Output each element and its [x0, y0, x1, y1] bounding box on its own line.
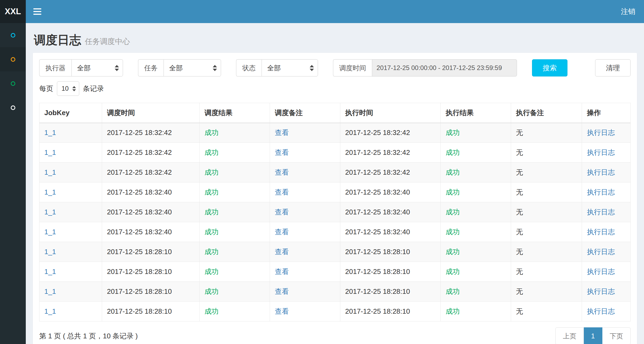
execution-log-link[interactable]: 执行日志 — [587, 208, 615, 216]
execution-log-link[interactable]: 执行日志 — [587, 307, 615, 315]
trigger-msg-link[interactable]: 查看 — [275, 268, 289, 276]
trigger-time-cell: 2017-12-25 18:28:10 — [102, 262, 200, 282]
handle-time-cell: 2017-12-25 18:32:42 — [340, 143, 441, 163]
top-navbar: XXL 注销 — [0, 0, 644, 23]
handle-result-cell: 成功 — [441, 123, 511, 143]
execution-log-link-cell: 执行日志 — [582, 222, 631, 242]
pagination-prev-button[interactable]: 上页 — [555, 327, 584, 344]
sidebar-item-3[interactable] — [0, 71, 26, 96]
sidebar-item-1[interactable] — [0, 23, 26, 47]
job-key-link-cell: 1_1 — [39, 222, 102, 242]
trigger-time-cell: 2017-12-25 18:32:42 — [102, 163, 200, 182]
clear-button[interactable]: 清理 — [595, 59, 631, 76]
sidebar-item-2[interactable] — [0, 47, 26, 71]
trigger-msg-link[interactable]: 查看 — [275, 168, 289, 176]
handle-msg-cell: 无 — [511, 182, 582, 202]
execution-log-link[interactable]: 执行日志 — [587, 188, 615, 196]
circle-outline-icon — [11, 81, 15, 86]
job-key-link-cell: 1_1 — [39, 163, 102, 182]
job-filter-label: 任务 — [138, 59, 164, 76]
pagination-summary: 第 1 页 ( 总共 1 页，10 条记录 ) — [39, 331, 138, 341]
job-key-link[interactable]: 1_1 — [44, 129, 56, 137]
job-key-link-cell: 1_1 — [39, 123, 102, 143]
execution-log-link-cell: 执行日志 — [582, 242, 631, 262]
handle-result-cell: 成功 — [441, 242, 511, 262]
job-key-link[interactable]: 1_1 — [44, 148, 56, 156]
trigger-msg-link[interactable]: 查看 — [275, 148, 289, 156]
column-header: 执行备注 — [511, 103, 582, 123]
table-row: 1_12017-12-25 18:32:40成功查看2017-12-25 18:… — [39, 182, 631, 202]
trigger-msg-link[interactable]: 查看 — [275, 228, 289, 236]
trigger-time-cell: 2017-12-25 18:32:42 — [102, 143, 200, 163]
trigger-msg-link[interactable]: 查看 — [275, 287, 289, 295]
status-filter: 状态 全部 — [236, 59, 318, 76]
trigger-msg-link[interactable]: 查看 — [275, 188, 289, 196]
filter-bar: 执行器 全部 任务 全部 状态 全部 — [39, 59, 631, 76]
handle-msg-cell: 无 — [511, 262, 582, 282]
trigger-time-cell: 2017-12-25 18:28:10 — [102, 242, 200, 262]
trigger-msg-link[interactable]: 查看 — [275, 248, 289, 256]
content-header: 调度日志 任务调度中心 — [33, 23, 637, 53]
executor-select[interactable]: 全部 — [71, 59, 123, 76]
search-button[interactable]: 搜索 — [532, 59, 567, 76]
job-key-link[interactable]: 1_1 — [44, 208, 56, 216]
column-header: 调度结果 — [200, 103, 270, 123]
job-key-link[interactable]: 1_1 — [44, 168, 56, 176]
job-key-link[interactable]: 1_1 — [44, 268, 56, 276]
handle-msg-cell: 无 — [511, 242, 582, 262]
handle-time-cell: 2017-12-25 18:32:40 — [340, 202, 441, 222]
execution-log-link[interactable]: 执行日志 — [587, 148, 615, 156]
executor-filter-label: 执行器 — [39, 59, 71, 76]
status-select[interactable]: 全部 — [262, 59, 318, 76]
handle-msg-cell: 无 — [511, 163, 582, 182]
job-select[interactable]: 全部 — [164, 59, 221, 76]
circle-outline-icon — [11, 105, 15, 110]
pagination-next-button[interactable]: 下页 — [602, 327, 631, 344]
execution-log-link-cell: 执行日志 — [582, 262, 631, 282]
circle-outline-icon — [11, 33, 15, 38]
sidebar-toggle-button[interactable] — [26, 0, 49, 23]
job-key-link[interactable]: 1_1 — [44, 248, 56, 256]
handle-time-cell: 2017-12-25 18:32:42 — [340, 123, 441, 143]
status-select-value: 全部 — [267, 64, 281, 72]
select-arrows-icon — [310, 65, 314, 71]
handle-msg-cell: 无 — [511, 123, 582, 143]
job-key-link[interactable]: 1_1 — [44, 307, 56, 315]
execution-log-link[interactable]: 执行日志 — [587, 287, 615, 295]
select-arrows-icon — [213, 65, 217, 71]
sidebar-item-4[interactable] — [0, 96, 26, 120]
execution-log-link[interactable]: 执行日志 — [587, 268, 615, 276]
trigger-result-cell: 成功 — [200, 222, 270, 242]
job-key-link[interactable]: 1_1 — [44, 228, 56, 236]
trigger-msg-link[interactable]: 查看 — [275, 129, 289, 137]
execution-log-link[interactable]: 执行日志 — [587, 248, 615, 256]
execution-log-link[interactable]: 执行日志 — [587, 228, 615, 236]
execution-log-link-cell: 执行日志 — [582, 202, 631, 222]
execution-log-link[interactable]: 执行日志 — [587, 129, 615, 137]
logout-link[interactable]: 注销 — [612, 0, 644, 23]
page-size-select[interactable]: 10 — [57, 81, 79, 96]
job-key-link[interactable]: 1_1 — [44, 287, 56, 295]
column-header: 执行结果 — [441, 103, 511, 123]
handle-result-cell: 成功 — [441, 282, 511, 302]
execution-log-link-cell: 执行日志 — [582, 143, 631, 163]
status-filter-label: 状态 — [236, 59, 262, 76]
trigger-result-cell: 成功 — [200, 302, 270, 321]
job-key-link[interactable]: 1_1 — [44, 188, 56, 196]
column-header: 操作 — [582, 103, 631, 123]
handle-result-cell: 成功 — [441, 182, 511, 202]
trigger-msg-link[interactable]: 查看 — [275, 208, 289, 216]
column-header: JobKey — [39, 103, 102, 123]
brand-logo[interactable]: XXL — [0, 0, 26, 23]
table-header-row: JobKey调度时间调度结果调度备注执行时间执行结果执行备注操作 — [39, 103, 631, 123]
execution-log-link-cell: 执行日志 — [582, 163, 631, 182]
page-size-value: 10 — [61, 85, 69, 92]
execution-log-link-cell: 执行日志 — [582, 182, 631, 202]
trigger-msg-link[interactable]: 查看 — [275, 307, 289, 315]
table-row: 1_12017-12-25 18:28:10成功查看2017-12-25 18:… — [39, 242, 631, 262]
execution-log-link[interactable]: 执行日志 — [587, 168, 615, 176]
handle-result-cell: 成功 — [441, 222, 511, 242]
table-row: 1_12017-12-25 18:28:10成功查看2017-12-25 18:… — [39, 262, 631, 282]
trigger-time-range-input[interactable] — [372, 59, 517, 76]
pagination-page-1-button[interactable]: 1 — [584, 327, 602, 344]
